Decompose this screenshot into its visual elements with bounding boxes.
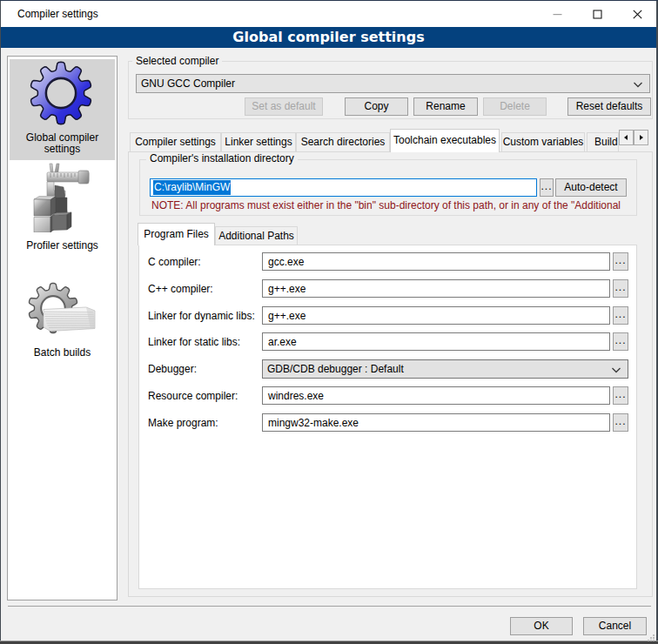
arrow-left-icon (624, 135, 628, 140)
field-value: windres.exe (268, 390, 324, 402)
minimize-button (537, 1, 577, 27)
field-browse-button-3[interactable]: ... (613, 332, 628, 351)
install-dir-input[interactable]: C:\raylib\MinGW (150, 178, 537, 197)
field-browse-button-6[interactable]: ... (613, 413, 628, 432)
field-label-1: C++ compiler: (148, 283, 213, 295)
field-label-3: Linker for static libs: (148, 336, 240, 348)
tab-toolchain-executables[interactable]: Toolchain executables (390, 129, 500, 152)
field-input-1[interactable]: g++.exe (262, 279, 610, 298)
grip-dot (648, 640, 649, 641)
copy-button[interactable]: Copy (345, 97, 408, 116)
chevron-down-icon (633, 82, 643, 88)
tab-build-options[interactable]: Build options (587, 132, 619, 151)
window-border-left (0, 1, 1, 641)
selected-compiler-group-label: Selected compiler (132, 56, 222, 67)
debugger-select[interactable]: GDB/CDB debugger : Default (262, 359, 628, 379)
field-value: g++.exe (268, 283, 306, 295)
tab-compiler-settings[interactable]: Compiler settings (130, 132, 221, 151)
field-value: mingw32-make.exe (268, 417, 359, 429)
tab-custom-variables[interactable]: Custom variables (501, 132, 585, 151)
field-browse-button-5[interactable]: ... (613, 386, 628, 405)
tab-scroll-left-button[interactable] (619, 130, 634, 145)
field-label-6: Make program: (148, 417, 218, 429)
field-label-0: C compiler: (148, 256, 201, 268)
tab-scroll-right-button[interactable] (634, 130, 648, 145)
delete-button[interactable]: Delete (483, 97, 547, 116)
field-input-6[interactable]: mingw32-make.exe (262, 413, 610, 432)
grip-dot (650, 640, 652, 641)
arrow-right-icon (640, 135, 643, 140)
ok-button[interactable]: OK (510, 617, 573, 635)
grip-dot (653, 637, 655, 639)
field-label-5: Resource compiler: (148, 390, 238, 402)
tab-search-directories[interactable]: Search directories (296, 132, 390, 151)
footer-separator (8, 606, 651, 607)
gear-papers-icon[interactable] (27, 267, 97, 339)
maximize-button[interactable] (577, 1, 617, 27)
reset-defaults-button[interactable]: Reset defaults (567, 97, 651, 116)
maximize-icon (593, 10, 602, 19)
field-browse-button-2[interactable]: ... (613, 306, 628, 325)
field-input-0[interactable]: gcc.exe (262, 252, 610, 271)
field-value: gcc.exe (268, 256, 304, 268)
close-icon (633, 10, 642, 19)
selected-compiler-dropdown[interactable]: GNU GCC Compiler (136, 74, 650, 93)
page-title: Global compiler settings (1, 27, 656, 48)
grip-dot (650, 637, 652, 639)
close-button[interactable] (617, 1, 657, 27)
tab-linker-settings[interactable]: Linker settings (221, 132, 296, 151)
field-input-3[interactable]: ar.exe (262, 332, 610, 351)
settings-category-list: Global compiler settings (7, 56, 118, 600)
subtab-additional-paths[interactable]: Additional Paths (215, 226, 298, 245)
field-browse-button-0[interactable]: ... (613, 252, 628, 271)
selected-text: C:\raylib\MinGW (153, 180, 231, 195)
blue-gear-icon[interactable] (28, 60, 94, 129)
caliper-icon[interactable] (29, 163, 95, 235)
note-text: NOTE: All programs must exist either in … (151, 199, 634, 211)
sidebar-item-label[interactable]: Profiler settings (10, 240, 115, 252)
field-input-5[interactable]: windres.exe (262, 386, 610, 405)
set-as-default-button[interactable]: Set as default (245, 97, 323, 116)
rename-button[interactable]: Rename (413, 97, 478, 116)
subtab-program-files[interactable]: Program Files (138, 223, 215, 245)
field-browse-button-1[interactable]: ... (613, 279, 628, 298)
selected-compiler-value: GNU GCC Compiler (141, 77, 235, 90)
field-label-4: Debugger: (148, 363, 197, 375)
grip-dot (653, 634, 655, 636)
install-dir-browse-button[interactable]: ... (540, 178, 554, 197)
compiler-settings-dialog: Compiler settings Global compiler settin… (0, 0, 658, 644)
minimize-icon (553, 10, 562, 19)
grip-dot (653, 640, 655, 641)
auto-detect-button[interactable]: Auto-detect (555, 178, 627, 197)
window-title: Compiler settings (17, 8, 98, 20)
field-label-2: Linker for dynamic libs: (148, 310, 255, 322)
debugger-value: GDB/CDB debugger : Default (267, 363, 404, 375)
field-input-2[interactable]: g++.exe (262, 306, 610, 325)
install-dir-group-label: Compiler's installation directory (146, 153, 298, 164)
chevron-down-icon (611, 367, 621, 373)
sidebar-item-label[interactable]: Batch builds (10, 347, 115, 359)
sidebar-item-label[interactable]: Global compiler settings (10, 132, 115, 155)
field-value: ar.exe (268, 336, 297, 348)
cancel-button[interactable]: Cancel (583, 617, 647, 635)
field-value: g++.exe (268, 310, 306, 322)
